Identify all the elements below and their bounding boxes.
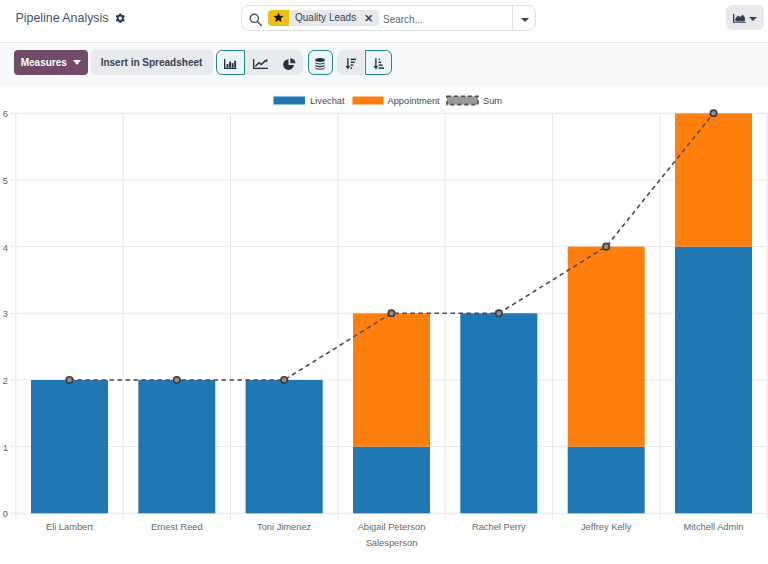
svg-text:Ernest Reed: Ernest Reed [151, 522, 203, 532]
svg-text:Rachel Perry: Rachel Perry [472, 522, 526, 532]
svg-text:Toni Jimenez: Toni Jimenez [257, 522, 312, 532]
svg-text:Mitchell Admin: Mitchell Admin [684, 522, 744, 532]
svg-text:Appointment: Appointment [388, 96, 441, 106]
svg-text:0: 0 [3, 509, 8, 519]
svg-text:5: 5 [3, 176, 8, 186]
svg-text:Livechat: Livechat [310, 96, 345, 106]
svg-text:Sum: Sum [483, 96, 502, 106]
svg-text:3: 3 [3, 309, 8, 319]
svg-text:1: 1 [3, 443, 8, 453]
svg-text:Salesperson: Salesperson [366, 538, 418, 548]
svg-text:4: 4 [3, 243, 8, 253]
svg-text:2: 2 [3, 376, 8, 386]
svg-text:Eli Lambert: Eli Lambert [46, 522, 93, 532]
svg-text:6: 6 [3, 109, 8, 119]
svg-text:Abigail Peterson: Abigail Peterson [358, 522, 426, 532]
svg-text:Jeffrey Kelly: Jeffrey Kelly [581, 522, 632, 532]
